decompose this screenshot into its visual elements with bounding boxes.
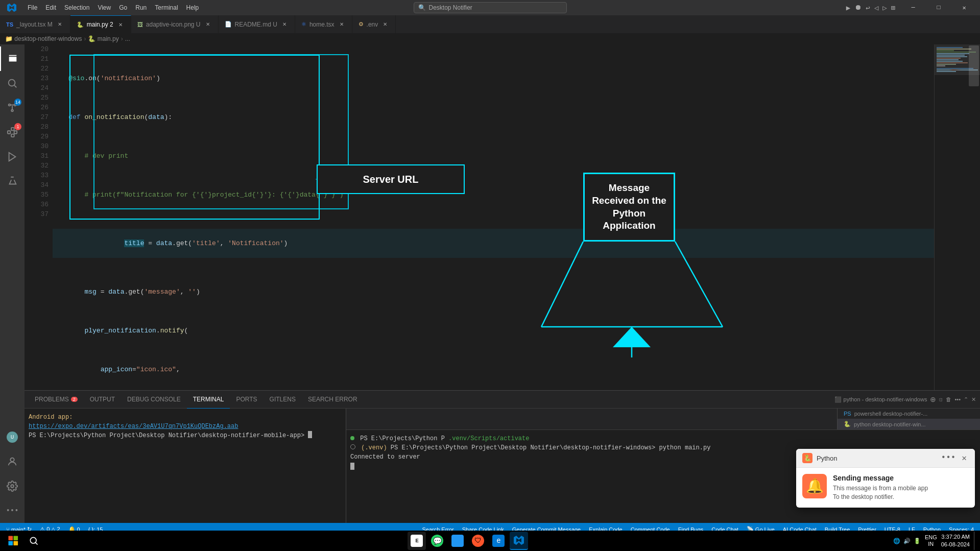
source-control-icon[interactable]: 14 [0, 95, 25, 120]
taskbar-brave[interactable]: 🛡 [469, 532, 487, 550]
tab-terminal[interactable]: TERMINAL [187, 391, 230, 409]
taskbar-whatsapp[interactable]: 💬 [428, 532, 446, 550]
nav-fwd-icon[interactable]: ▷ [882, 4, 887, 12]
breadcrumb-file[interactable]: 🐍 main.py [88, 35, 118, 42]
svg-rect-16 [8, 541, 13, 545]
more-icon[interactable]: ••• [0, 498, 25, 523]
notif-menu-icon[interactable]: ••• [941, 453, 956, 463]
nav-back-icon[interactable]: ◁ [874, 4, 878, 12]
tab-gitlens[interactable]: GITLENS [264, 391, 302, 409]
volume-icon[interactable]: 🔊 [903, 538, 911, 544]
tab-search-error[interactable]: SEARCH ERROR [302, 391, 364, 409]
notification-header: 🐍 Python ••• ✕ [796, 449, 975, 468]
search-taskbar-icon[interactable] [25, 532, 43, 550]
debug-icon[interactable]: ⏺ [854, 4, 862, 12]
tab-close-icon[interactable]: ✕ [280, 20, 289, 29]
tab-close-icon[interactable]: ✕ [56, 20, 64, 29]
menu-file[interactable]: File [23, 2, 41, 13]
pane-powershell[interactable]: PS powershell desktop-notifier-... [838, 409, 980, 419]
svg-point-13 [11, 485, 14, 488]
menu-selection[interactable]: Selection [60, 2, 93, 13]
tab-close-icon[interactable]: ✕ [116, 20, 125, 29]
add-terminal-icon[interactable]: ⊕ [930, 395, 936, 403]
settings-icon[interactable] [0, 474, 25, 498]
tab-close-icon[interactable]: ✕ [338, 20, 346, 29]
tab-ports[interactable]: PORTS [230, 391, 263, 409]
accounts-icon[interactable] [0, 449, 25, 474]
expo-link[interactable]: https://expo.dev/artifacts/eas/3eAV1U7qn… [29, 423, 238, 430]
notif-close-button[interactable]: ✕ [960, 453, 969, 463]
tab-adaptive-icon[interactable]: 🖼 adaptive-icon.png U ✕ [131, 15, 219, 33]
svg-point-4 [11, 110, 13, 112]
env-icon: ⚙ [358, 21, 364, 28]
minimap[interactable] [934, 44, 980, 390]
breadcrumb-symbol[interactable]: ... [125, 35, 130, 42]
maximize-panel-icon[interactable]: ⌃ [964, 396, 968, 403]
source-control-badge: 14 [14, 99, 21, 106]
panel-menu-icon[interactable]: ••• [954, 396, 961, 402]
taskbar-vscode[interactable] [510, 532, 528, 550]
breadcrumb-root[interactable]: 📁 desktop-notifier-windows [5, 35, 82, 42]
pane-python[interactable]: 🐍 python desktop-notifier-win... [838, 419, 980, 429]
menu-help[interactable]: Help [182, 2, 203, 13]
battery-icon[interactable]: 🔋 [914, 538, 921, 544]
maximize-button[interactable]: □ [927, 0, 950, 15]
notification-title: Sending message [833, 474, 969, 482]
menu-edit[interactable]: Edit [41, 2, 60, 13]
problems-badge: 2 [71, 397, 78, 402]
tab-layout-tsx[interactable]: TS _layout.tsx M ✕ [0, 15, 70, 33]
avatar-icon[interactable]: U [0, 425, 25, 449]
tab-label: adaptive-icon.png U [146, 21, 201, 28]
tab-output[interactable]: OUTPUT [84, 391, 121, 409]
menu-terminal[interactable]: Terminal [151, 2, 182, 13]
menu-run[interactable]: Run [131, 2, 151, 13]
title-bar: File Edit Selection View Go Run Terminal… [0, 0, 980, 15]
terminal-label: ⬛ python - desktop-notifier-windows [834, 396, 927, 403]
search-placeholder: Desktop Notifier [429, 4, 472, 11]
clock[interactable]: 3:37:20 AM 06-08-2024 [941, 533, 970, 549]
img-icon: 🖼 [137, 21, 143, 28]
notification-app-name: 🐍 Python [802, 453, 837, 463]
run-icon[interactable]: ▶ [846, 4, 850, 12]
explorer-icon[interactable] [0, 46, 25, 71]
taskbar-app1[interactable] [448, 532, 467, 550]
split-terminal-icon[interactable]: ⎅ [939, 396, 943, 402]
split-icon[interactable]: ⊞ [891, 4, 895, 12]
taskbar-expo[interactable]: E [408, 532, 426, 550]
svg-rect-15 [13, 536, 18, 540]
code-editor[interactable]: @sio.on('notification') def on_notificat… [53, 44, 934, 390]
tab-env[interactable]: ⚙ .env ✕ [352, 15, 396, 33]
close-button[interactable]: ✕ [952, 0, 976, 15]
vscode-logo[interactable] [4, 0, 19, 15]
taskbar-left [4, 532, 43, 550]
search-bar[interactable]: 🔍 Desktop Notifier [414, 2, 567, 13]
network-icon[interactable]: 🌐 [893, 538, 900, 544]
tab-problems[interactable]: PROBLEMS 2 [29, 391, 84, 409]
menu-view[interactable]: View [93, 2, 115, 13]
tab-home-tsx[interactable]: ⚛ home.tsx ✕ [295, 15, 352, 33]
menu-go[interactable]: Go [115, 2, 131, 13]
tab-debug-console[interactable]: DEBUG CONSOLE [121, 391, 187, 409]
tab-readme[interactable]: 📄 README.md U ✕ [219, 15, 295, 33]
debug-run-icon[interactable] [0, 145, 25, 169]
trash-icon[interactable]: 🗑 [946, 396, 951, 402]
terminal-line-1: PS E:\Projects\Python P .venv/Scripts/ac… [350, 434, 976, 443]
start-button[interactable] [4, 532, 22, 550]
show-desktop-icon[interactable] [974, 532, 976, 550]
tab-main-py[interactable]: 🐍 main.py 2 ✕ [70, 15, 131, 33]
flask-icon[interactable] [0, 169, 25, 194]
history-icon[interactable]: ↩ [866, 4, 870, 12]
taskbar-edge[interactable]: e [489, 532, 508, 550]
window-controls: ▶ ⏺ ↩ ◁ ▷ ⊞ ─ □ ✕ [846, 0, 976, 15]
terminal-left[interactable]: Android app: https://expo.dev/artifacts/… [25, 409, 346, 523]
lang-indicator[interactable]: ENG IN [925, 534, 937, 547]
tab-close-icon[interactable]: ✕ [381, 20, 389, 29]
problems-label: PROBLEMS [35, 396, 69, 403]
close-panel-icon[interactable]: ✕ [971, 396, 976, 403]
minimize-button[interactable]: ─ [901, 0, 925, 15]
search-icon[interactable] [0, 71, 25, 95]
tab-close-icon[interactable]: ✕ [204, 20, 212, 29]
md-icon: 📄 [225, 21, 232, 28]
ps-icon: PS [844, 411, 851, 417]
extensions-icon[interactable]: 1 [0, 120, 25, 145]
